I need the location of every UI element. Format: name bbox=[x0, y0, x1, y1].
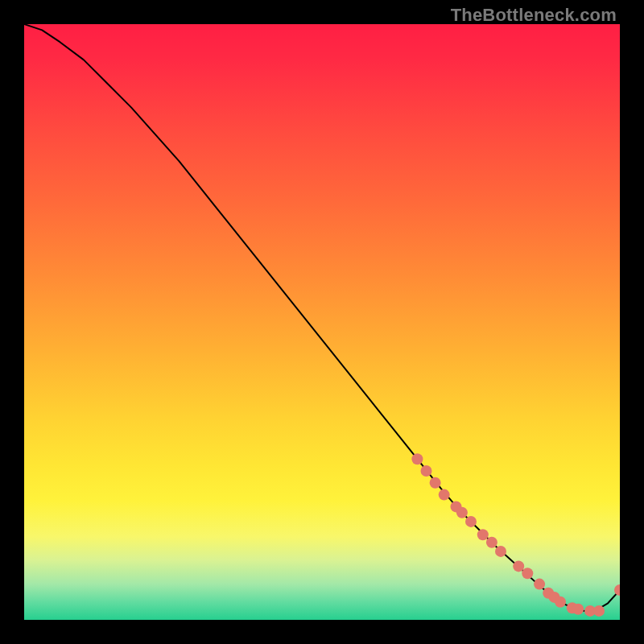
data-marker bbox=[614, 584, 620, 596]
curve-line bbox=[24, 24, 620, 611]
data-marker bbox=[456, 507, 468, 518]
data-marker bbox=[421, 465, 432, 477]
data-marker bbox=[486, 537, 497, 548]
plot-area bbox=[24, 24, 620, 620]
data-marker bbox=[477, 529, 489, 540]
data-marker bbox=[555, 597, 566, 608]
data-marker bbox=[465, 516, 477, 527]
data-marker bbox=[495, 546, 506, 557]
chart-svg bbox=[24, 24, 620, 620]
data-marker bbox=[572, 604, 584, 615]
watermark-text: TheBottleneck.com bbox=[451, 5, 617, 26]
data-marker bbox=[522, 568, 533, 579]
data-marker bbox=[439, 489, 450, 501]
data-marker bbox=[513, 560, 524, 572]
data-marker bbox=[534, 579, 545, 590]
data-marker bbox=[430, 477, 441, 489]
data-marker bbox=[411, 453, 423, 464]
marker-group bbox=[411, 453, 620, 617]
data-marker bbox=[593, 605, 605, 617]
chart-stage: TheBottleneck.com bbox=[0, 0, 644, 644]
